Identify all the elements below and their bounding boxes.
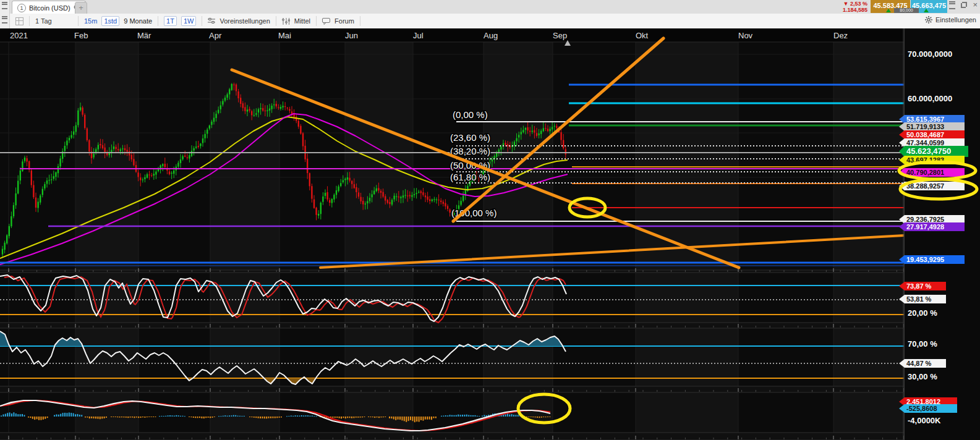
range-selector[interactable]: 9 Monate xyxy=(124,17,152,25)
price-badge: -525,8608 xyxy=(899,404,957,413)
new-tab-button[interactable]: + xyxy=(75,2,87,14)
month-label: Jul xyxy=(413,31,424,40)
price-badge: 53.615,3967 xyxy=(899,115,965,124)
left-icon-strip xyxy=(0,0,10,28)
close-window-icon[interactable]: × xyxy=(973,1,978,9)
fib-label: (38,20 %) xyxy=(450,146,490,156)
trading-app-window: 1 Bitcoin (USD) + ▼ 2,53 % 1.184,585 45.… xyxy=(0,0,980,440)
chart-canvas[interactable]: 2021FebMärAprMaiJunJulAugSepOktNovDez(0,… xyxy=(0,28,904,440)
month-label: Feb xyxy=(74,31,88,40)
fib-label: (23,60 %) xyxy=(450,132,490,143)
axis-label: -4,0000K xyxy=(908,416,940,425)
fib-label: (61,80 %) xyxy=(450,172,490,182)
speech-bubble-icon xyxy=(322,18,330,25)
timeframe-1t-button[interactable]: 1T xyxy=(164,16,177,26)
mittel-label: Mittel xyxy=(294,17,310,25)
daily-change: ▼ 2,53 % 1.184,585 xyxy=(843,1,867,13)
month-label: Mai xyxy=(278,31,291,40)
presets-label: Voreinstellungen xyxy=(219,17,270,25)
timeframe-1w-button[interactable]: 1W xyxy=(181,16,197,26)
fib-label: (0,00 %) xyxy=(453,109,488,120)
axis-label: 70.000,0000 xyxy=(908,49,952,59)
settings-button[interactable]: Einstellungen xyxy=(925,16,976,23)
chart-toolbar: 1 Tag 15m 1std 9 Monate 1T 1W Voreinstel… xyxy=(0,14,980,29)
ask-up-arrow-icon xyxy=(924,9,929,12)
tab-title: Bitcoin (USD) xyxy=(29,4,70,12)
title-bar: 1 Bitcoin (USD) + ▼ 2,53 % 1.184,585 45.… xyxy=(0,0,980,14)
price-badge: 19.453,9295 xyxy=(899,255,965,264)
month-label: Mär xyxy=(137,31,151,40)
price-badge: 44,87 % xyxy=(899,359,946,368)
price-badge: 29.236,7925 xyxy=(899,215,965,224)
change-percent: ▼ 2,53 % xyxy=(843,1,867,7)
forum-label: Forum xyxy=(334,17,354,25)
expand-window-icon[interactable] xyxy=(961,2,967,8)
layout-grid-icon[interactable] xyxy=(15,17,23,25)
month-label: Jun xyxy=(345,31,358,40)
gear-icon xyxy=(925,16,932,23)
spread-value: 80,000 xyxy=(894,8,919,13)
settings-label: Einstellungen xyxy=(935,16,976,23)
bid-up-arrow-icon xyxy=(886,9,891,12)
sliders-icon xyxy=(208,18,215,24)
window-menu-icon[interactable] xyxy=(949,1,955,9)
month-label: Apr xyxy=(209,31,222,40)
change-absolute: 1.184,585 xyxy=(843,7,867,13)
timeframe-1std-button[interactable]: 1std xyxy=(101,16,119,26)
axis-label: 60.000,0000 xyxy=(908,94,952,103)
watchlist-icon[interactable] xyxy=(2,16,7,22)
price-badge: 73,87 % xyxy=(899,282,946,290)
month-label: Nov xyxy=(738,31,753,40)
month-label: Sep xyxy=(553,31,567,40)
price-badge: 45.623,4750 xyxy=(899,146,968,157)
price-badge: 51.719,9133 xyxy=(899,122,965,131)
month-label: Dez xyxy=(833,31,848,40)
main-menu-icon[interactable] xyxy=(2,2,7,7)
price-badge: 50.038,4687 xyxy=(899,130,965,139)
price-badge: 38.288,9257 xyxy=(899,182,965,190)
month-label: 2021 xyxy=(10,31,28,40)
forum-button[interactable]: Forum xyxy=(317,16,360,26)
month-label: Okt xyxy=(636,31,649,40)
timeframe-current[interactable]: 1 Tag xyxy=(35,17,52,25)
axis-label: 20,00 % xyxy=(908,308,937,318)
timeframe-15m-button[interactable]: 15m xyxy=(84,17,97,25)
price-badge: 40.790,2801 xyxy=(899,168,965,177)
price-badge: 53,81 % xyxy=(899,295,946,303)
presets-button[interactable]: Voreinstellungen xyxy=(202,16,276,26)
tab-number-icon: 1 xyxy=(17,4,26,12)
price-badge: 43.697,1283 xyxy=(899,156,965,164)
mittel-button[interactable]: Mittel xyxy=(276,16,317,26)
axis-label: 70,00 % xyxy=(908,339,937,349)
price-axis[interactable]: 70.000,000060.000,000020,00 %70,00 %30,0… xyxy=(904,28,980,440)
month-label: Aug xyxy=(484,31,498,40)
axis-label: 30,00 % xyxy=(908,372,937,381)
price-badge: 27.917,4928 xyxy=(899,222,965,231)
average-icon xyxy=(282,18,290,25)
price-badge: 47.344,0599 xyxy=(899,138,965,147)
